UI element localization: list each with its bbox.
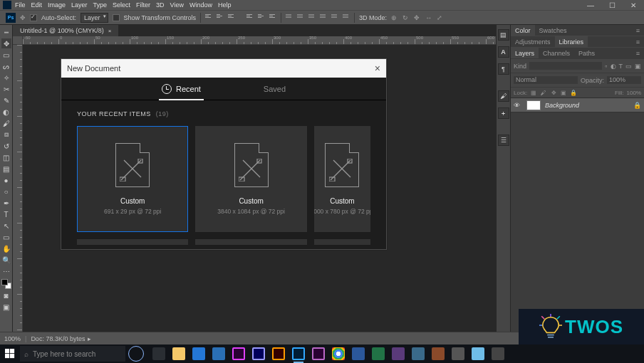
stamp-tool-icon[interactable]: ⧈ — [1, 130, 11, 140]
tab-adjustments[interactable]: Adjustments — [511, 36, 555, 47]
align-right-icon[interactable] — [269, 14, 276, 21]
3d-scale-icon[interactable]: ⤢ — [437, 14, 444, 21]
brush-panel-icon[interactable]: 🖌 — [498, 90, 509, 102]
taskbar-app-illustrator[interactable] — [269, 344, 288, 363]
marquee-tool-icon[interactable]: ▭ — [1, 50, 11, 60]
panel-menu-icon[interactable]: ≡ — [632, 48, 644, 58]
menu-filter[interactable]: Filter — [136, 1, 150, 9]
properties-panel-icon[interactable]: ☰ — [498, 135, 509, 146]
paragraph-panel-icon[interactable]: ¶ — [498, 63, 509, 75]
window-minimize[interactable]: — — [580, 0, 601, 11]
fg-bg-color[interactable] — [1, 279, 11, 289]
filter-pixel-icon[interactable]: ▫ — [605, 63, 607, 70]
move-tool-icon[interactable]: ✥ — [1, 38, 11, 48]
dialog-close-icon[interactable]: × — [375, 63, 380, 74]
align-top-icon[interactable] — [205, 14, 212, 21]
start-button[interactable] — [0, 344, 20, 363]
lock-icon[interactable]: 🔒 — [570, 89, 577, 96]
menu-help[interactable]: Help — [218, 1, 232, 9]
preset-card-2[interactable]: Custom 3840 x 1084 px @ 72 ppi — [195, 126, 306, 232]
taskbar-app-generic-4[interactable] — [449, 344, 467, 363]
blend-mode-dropdown[interactable]: Normal — [514, 76, 578, 84]
pen-tool-icon[interactable]: ✒ — [1, 198, 11, 208]
lock-position-icon[interactable]: ✥ — [550, 89, 557, 96]
taskbar-app-chrome[interactable] — [329, 344, 348, 363]
eyedropper-tool-icon[interactable]: ✎ — [1, 95, 11, 105]
lock-pixels-icon[interactable]: 🖌 — [540, 89, 547, 96]
visibility-eye-icon[interactable]: 👁 — [514, 102, 522, 109]
distribute-2-icon[interactable] — [297, 14, 304, 21]
layer-kind-dropdown[interactable] — [529, 62, 602, 70]
crop-tool-icon[interactable]: ✂ — [1, 84, 11, 94]
character-panel-icon[interactable]: A — [498, 46, 509, 58]
menu-view[interactable]: View — [170, 1, 184, 9]
screen-mode-icon[interactable]: ▣ — [1, 302, 11, 312]
cortana-icon[interactable] — [128, 346, 144, 362]
taskbar-app-premiere[interactable] — [229, 344, 248, 363]
taskbar-search[interactable]: ⌕ Type here to search — [20, 346, 125, 362]
preset-card-1[interactable]: Custom 691 x 29 px @ 72 ppi — [77, 126, 188, 232]
document-tab[interactable]: Untitled-1 @ 100% (CMYK/8) × — [13, 25, 118, 36]
filter-shape-icon[interactable]: ▭ — [625, 63, 632, 70]
taskbar-app-explorer[interactable] — [170, 344, 188, 363]
auto-select-checkbox[interactable] — [30, 14, 37, 21]
edit-toolbar-icon[interactable]: ⋯ — [1, 266, 11, 276]
lock-artboard-icon[interactable]: ▣ — [560, 89, 567, 96]
window-maximize[interactable]: ☐ — [601, 0, 623, 11]
grip-icon[interactable]: ┅ — [1, 27, 11, 37]
menu-layer[interactable]: Layer — [71, 1, 88, 9]
filter-type-icon[interactable]: T — [619, 63, 623, 70]
align-vcenter-icon[interactable] — [217, 14, 224, 21]
window-close[interactable]: ✕ — [623, 0, 644, 11]
type-tool-icon[interactable]: T — [1, 209, 11, 219]
3d-slide-icon[interactable]: ↔ — [425, 14, 432, 21]
taskbar-app-edge[interactable] — [189, 344, 208, 363]
show-transform-controls-checkbox[interactable] — [113, 14, 120, 21]
menu-image[interactable]: Image — [48, 1, 66, 9]
zoom-value[interactable]: 100% — [4, 335, 21, 342]
distribute-5-icon[interactable] — [331, 14, 338, 21]
filter-adj-icon[interactable]: ◐ — [611, 63, 616, 70]
taskbar-app-generic-2[interactable] — [409, 344, 427, 363]
tab-color[interactable]: Color — [511, 25, 535, 36]
taskbar-app-store[interactable] — [209, 344, 228, 363]
preset-card-placeholder[interactable] — [195, 239, 306, 245]
taskbar-app-aftereffects[interactable] — [249, 344, 268, 363]
quick-mask-icon[interactable]: ◙ — [1, 290, 11, 300]
taskbar-app-generic-5[interactable] — [489, 344, 507, 363]
add-panel-icon[interactable]: ＋ — [498, 107, 509, 119]
filter-smart-icon[interactable]: ▣ — [635, 63, 641, 70]
eraser-tool-icon[interactable]: ◫ — [1, 152, 11, 162]
3d-pan-icon[interactable]: ✥ — [414, 14, 421, 21]
taskbar-app-excel[interactable] — [369, 344, 388, 363]
tab-saved[interactable]: Saved — [261, 79, 289, 99]
align-left-icon[interactable] — [246, 14, 254, 21]
taskbar-app-generic-3[interactable] — [429, 344, 447, 363]
menu-3d[interactable]: 3D — [156, 1, 165, 9]
document-tab-close-icon[interactable]: × — [108, 28, 112, 34]
menu-file[interactable]: File — [15, 1, 26, 9]
preset-card-placeholder[interactable] — [77, 239, 188, 245]
preset-card-placeholder[interactable] — [314, 239, 370, 245]
panel-menu-icon[interactable]: ≡ — [632, 25, 644, 36]
menu-type[interactable]: Type — [93, 1, 108, 9]
tab-channels[interactable]: Channels — [539, 48, 574, 58]
distribute-1-icon[interactable] — [286, 14, 293, 21]
lasso-tool-icon[interactable]: ᔕ — [1, 61, 11, 71]
taskbar-app-mediaencoder[interactable] — [309, 344, 328, 363]
tab-swatches[interactable]: Swatches — [535, 25, 571, 36]
history-panel-icon[interactable]: ▤ — [498, 29, 509, 41]
align-hcenter-icon[interactable] — [258, 14, 265, 21]
3d-orbit-icon[interactable]: ⊕ — [391, 14, 398, 21]
distribute-6-icon[interactable] — [343, 14, 350, 21]
opacity-input[interactable]: 100% — [607, 76, 641, 84]
task-view-icon[interactable] — [150, 344, 168, 363]
menu-window[interactable]: Window — [189, 1, 212, 9]
distribute-4-icon[interactable] — [320, 14, 327, 21]
gradient-tool-icon[interactable]: ▤ — [1, 164, 11, 174]
3d-roll-icon[interactable]: ↻ — [402, 14, 410, 21]
dodge-tool-icon[interactable]: ○ — [1, 186, 11, 196]
magic-wand-tool-icon[interactable]: ✧ — [1, 73, 11, 83]
distribute-3-icon[interactable] — [308, 14, 316, 21]
panel-menu-icon[interactable]: ≡ — [632, 36, 644, 47]
